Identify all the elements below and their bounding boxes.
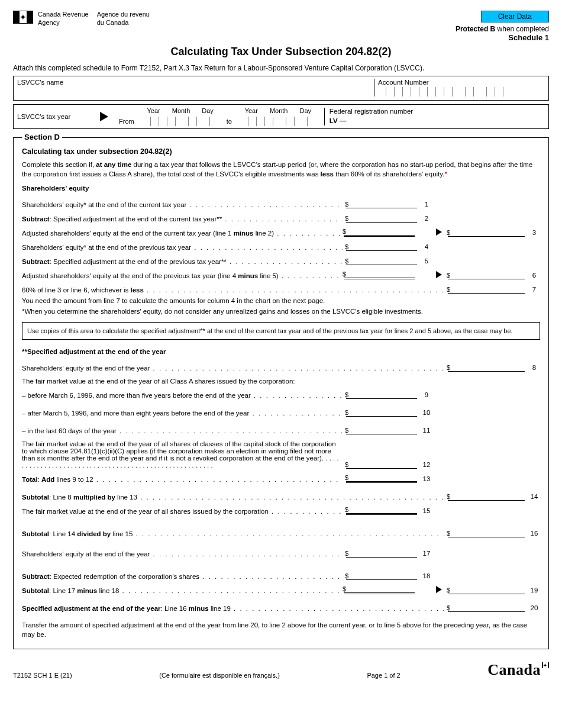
line-1-amount[interactable]: $ bbox=[346, 199, 417, 208]
fmv-intro: The fair market value at the end of the … bbox=[22, 378, 540, 385]
line-7-amount[interactable]: $ bbox=[448, 284, 525, 294]
lsvcc-name-label: LSVCC's name bbox=[17, 79, 370, 86]
line-2-amount[interactable]: $ bbox=[346, 213, 417, 223]
day-label-from: Day bbox=[202, 107, 214, 114]
agency-name-en: Canada Revenue Agency bbox=[38, 11, 89, 27]
line-17-amount[interactable]: $ bbox=[346, 548, 417, 558]
line-number: 10 bbox=[421, 409, 432, 417]
line-15-amount[interactable]: $ bbox=[346, 505, 417, 515]
line-12: The fair market value at the end of the … bbox=[22, 440, 540, 469]
line-1: Shareholders' equity* at the end of the … bbox=[22, 197, 540, 208]
french-availability-note: (Ce formulaire est disponible en françai… bbox=[159, 672, 280, 679]
fed-reg-label: Federal registration number bbox=[330, 108, 495, 115]
from-label: From bbox=[119, 118, 134, 126]
line-18: Subtract: Expected redemption of the cor… bbox=[22, 568, 540, 580]
account-number-label: Account Number bbox=[378, 79, 545, 86]
tax-year-label: LSVCC's tax year bbox=[17, 113, 94, 120]
line-8: Shareholders' equity at the end of the y… bbox=[22, 360, 540, 372]
line-16: Subtotal: Line 14 divided by line 15 $ 1… bbox=[22, 526, 540, 537]
line-6: Adjusted shareholders' equity at the end… bbox=[22, 268, 540, 279]
line-16-amount[interactable]: $ bbox=[448, 528, 525, 537]
line-number: 14 bbox=[528, 493, 540, 501]
name-account-box: LSVCC's name Account Number bbox=[13, 76, 549, 101]
fed-reg-input[interactable] bbox=[350, 116, 494, 125]
page-footer: T2152 SCH 1 E (21) (Ce formulaire est di… bbox=[13, 661, 549, 679]
page-title: Calculating Tax Under Subsection 204.82(… bbox=[13, 46, 549, 58]
line-7: 60% of line 3 or line 6, whichever is le… bbox=[22, 282, 540, 294]
lv-prefix: LV — bbox=[330, 117, 347, 124]
line-number: 2 bbox=[421, 215, 432, 223]
to-label: to bbox=[227, 118, 232, 126]
line-13-amount[interactable]: $ bbox=[346, 473, 417, 483]
line-19: Subtotal: Line 17 minus line 18 $ $ 19 bbox=[22, 582, 540, 594]
line-number: 6 bbox=[528, 272, 540, 279]
carry-arrow-icon bbox=[436, 228, 442, 236]
line-number: 15 bbox=[421, 507, 432, 515]
line-number: 5 bbox=[421, 257, 432, 265]
section-d-legend: Section D bbox=[22, 133, 62, 141]
line-11: – in the last 60 days of the year $ 11 bbox=[22, 423, 540, 434]
from-date-input[interactable] bbox=[143, 117, 218, 126]
carry-arrow-icon bbox=[436, 271, 442, 278]
line-2: Subtract: Specified adjustment at the en… bbox=[22, 211, 540, 223]
line-number: 3 bbox=[528, 229, 540, 237]
line-4-amount[interactable]: $ bbox=[346, 241, 417, 251]
year-label-to: Year bbox=[245, 107, 258, 114]
line-19-amount-a[interactable]: $ bbox=[344, 585, 415, 594]
line-14: Subtotal: Line 8 multiplied by line 13 $… bbox=[22, 489, 540, 501]
canada-flag-icon: ✦ bbox=[542, 662, 549, 668]
line-10: – after March 5, 1996, and more than eig… bbox=[22, 405, 540, 417]
line-10-amount[interactable]: $ bbox=[346, 407, 417, 417]
line-number: 20 bbox=[528, 604, 540, 612]
form-id: T2152 SCH 1 E (21) bbox=[13, 672, 72, 679]
line-3-amount-a[interactable]: $ bbox=[344, 227, 415, 237]
copies-instruction-box: Use copies of this area to calculate the… bbox=[22, 322, 540, 340]
line-15: The fair market value at the end of the … bbox=[22, 503, 540, 515]
line-number: 8 bbox=[528, 364, 540, 372]
page-number: Page 1 of 2 bbox=[367, 672, 400, 679]
canada-flag-icon: ✦ bbox=[13, 11, 33, 24]
agency-name-fr: Agence du revenu du Canada bbox=[97, 11, 150, 27]
star-note: *When you determine the shareholders' eq… bbox=[22, 308, 540, 315]
line-number: 1 bbox=[421, 201, 432, 208]
line-20-amount[interactable]: $ bbox=[448, 603, 525, 612]
schedule-label: Schedule 1 bbox=[456, 33, 549, 42]
line-13: Total: Add lines 9 to 12 $ 13 bbox=[22, 471, 540, 483]
line-5-amount[interactable]: $ bbox=[346, 256, 417, 265]
account-number-input[interactable] bbox=[378, 87, 545, 96]
line-8-amount[interactable]: $ bbox=[448, 362, 525, 372]
day-label-to: Day bbox=[299, 107, 311, 114]
note-after-line-7: You need the amount from line 7 to calcu… bbox=[22, 297, 540, 304]
to-date-input[interactable] bbox=[240, 117, 316, 126]
lsvcc-name-input[interactable] bbox=[17, 86, 370, 95]
section-d-heading: Calculating tax under subsection 204.82(… bbox=[22, 147, 540, 156]
line-3-amount-b[interactable]: $ bbox=[448, 227, 525, 237]
line-14-amount[interactable]: $ bbox=[448, 491, 525, 501]
line-number: 4 bbox=[421, 243, 432, 251]
line-11-amount[interactable]: $ bbox=[346, 425, 417, 434]
line-6-amount-b[interactable]: $ bbox=[448, 270, 525, 279]
line-9-amount[interactable]: $ bbox=[346, 389, 417, 399]
line-19-amount-b[interactable]: $ bbox=[448, 585, 525, 594]
line-9: – before March 6, 1996, and more than fi… bbox=[22, 387, 540, 399]
line-6-amount-a[interactable]: $ bbox=[344, 270, 415, 279]
line-number: 13 bbox=[421, 475, 432, 483]
line-number: 16 bbox=[528, 530, 540, 537]
section-d-intro: Complete this section if, at any time du… bbox=[22, 160, 540, 179]
line-number: 12 bbox=[421, 461, 432, 469]
line-18-amount[interactable]: $ bbox=[346, 571, 417, 580]
line-20: Specified adjustment at the end of the y… bbox=[22, 600, 540, 612]
year-label-from: Year bbox=[147, 107, 160, 114]
page-header: ✦ Canada Revenue Agency Agence du revenu… bbox=[13, 11, 549, 42]
month-label-to: Month bbox=[270, 107, 288, 114]
line-12-amount[interactable]: $ bbox=[346, 459, 417, 469]
canada-wordmark: Canada ✦ bbox=[487, 661, 549, 679]
line-3: Adjusted shareholders' equity at the end… bbox=[22, 225, 540, 237]
line-number: 18 bbox=[421, 572, 432, 580]
attach-instruction: Attach this completed schedule to Form T… bbox=[13, 64, 549, 72]
line-number: 11 bbox=[421, 427, 432, 434]
arrow-right-icon bbox=[100, 112, 108, 121]
clear-data-button[interactable]: Clear Data bbox=[481, 11, 549, 22]
line-17: Shareholders' equity at the end of the y… bbox=[22, 546, 540, 558]
tax-year-box: LSVCC's tax year From Year Month Day to … bbox=[13, 104, 549, 129]
